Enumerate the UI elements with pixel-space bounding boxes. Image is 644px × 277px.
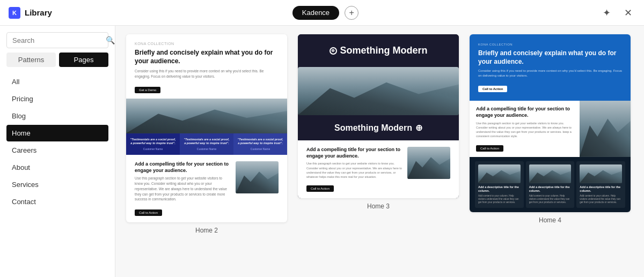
card3-eyebrow: KONA COLLECTION (478, 43, 622, 46)
card3-hero: KONA COLLECTION Briefly and concisely ex… (470, 34, 631, 101)
nav-item-pricing[interactable]: Pricing (6, 91, 108, 107)
card1-cta[interactable]: Get a Demo (135, 87, 160, 93)
card2-section: Add a compelling title for your section … (298, 140, 459, 198)
card2-section-image (407, 147, 450, 179)
mountain-graphic (126, 99, 287, 133)
card-label-home4: Home 4 (539, 216, 561, 224)
card3-col-2-image (529, 164, 572, 183)
card1-section-cta[interactable]: Call to Action (135, 209, 162, 216)
main-layout: 🔍 Patterns Pages All Pricing Blog Home C… (0, 26, 644, 277)
testimonial-3-author: Customer Name (237, 147, 284, 151)
mountain-col-2 (529, 164, 572, 183)
card-home2[interactable]: KONA COLLECTION Briefly and concisely ex… (126, 34, 287, 222)
app-logo: K Library (9, 7, 52, 19)
card3-col-1-image (478, 164, 521, 183)
nav-item-contact[interactable]: Contact (6, 193, 108, 210)
card3-hero-btn[interactable]: Call to Action (478, 86, 507, 92)
card2-bottom-hero: Something Modern ⊕ (298, 115, 459, 140)
testimonial-1-author: Customer Name (129, 147, 177, 151)
tab-row: Patterns Pages (6, 53, 108, 67)
card3-col-3-body: Add content to your column. Help visitor… (580, 194, 622, 205)
testimonial-1: "Testimonials are a social proof, a powe… (126, 133, 180, 155)
nav-list: All Pricing Blog Home Careers About Serv… (6, 73, 108, 210)
card3-body: Consider using this if you need to provi… (478, 69, 622, 78)
mountain-section-graphic (236, 161, 279, 193)
mountain-section-graphic-2 (407, 147, 450, 179)
card3-col-2-body: Add content to your column. Help visitor… (529, 194, 572, 205)
card1-image (126, 99, 287, 133)
card1-section-title: Add a compelling title for your section … (135, 161, 230, 174)
card3-mid-title: Add a compelling title for your section … (476, 106, 573, 118)
card3-bottom: Add a descriptive title for the column. … (470, 157, 631, 212)
brand-badge[interactable]: Kadence (292, 6, 339, 20)
nav-item-services[interactable]: Services (6, 176, 108, 193)
header-center: Kadence + (52, 6, 599, 20)
close-button[interactable]: ✕ (620, 5, 635, 20)
card3-col-1: Add a descriptive title for the column. … (475, 161, 524, 208)
card3-col-3: Add a descriptive title for the column. … (576, 161, 625, 208)
card1-section-text: Add a compelling title for your section … (135, 161, 230, 216)
nav-item-home[interactable]: Home (6, 125, 108, 141)
card3-mid-cta[interactable]: Call to Action (476, 145, 503, 152)
nav-item-about[interactable]: About (6, 159, 108, 176)
mountain-col-1 (478, 164, 521, 183)
card3-mid-image (580, 101, 631, 156)
card2-section-text: Add a compelling title for your section … (306, 147, 402, 192)
card1-title: Briefly and concisely explain what you d… (135, 49, 279, 65)
card1-testimonials: "Testimonials are a social proof, a powe… (126, 133, 287, 155)
mountain-col-3 (580, 164, 622, 183)
add-button[interactable]: + (345, 6, 358, 20)
sparkle-button[interactable]: ✦ (599, 5, 614, 20)
card3-col-2-title: Add a descriptive title for the column. (529, 185, 572, 193)
sidebar: 🔍 Patterns Pages All Pricing Blog Home C… (0, 26, 115, 277)
card2-cta[interactable]: Call to Action (306, 185, 334, 192)
logo-icon: K (9, 7, 20, 19)
card1-section-image (236, 161, 279, 193)
mountain-graphic-dark (298, 67, 459, 115)
card-home3[interactable]: ⊕ Something Modern Something Modern ⊕ (298, 34, 459, 198)
mountain-graphic-3 (580, 101, 631, 156)
card3-col-3-image (580, 164, 622, 183)
nav-item-blog[interactable]: Blog (6, 108, 108, 124)
card-wrapper-home2: KONA COLLECTION Briefly and concisely ex… (126, 34, 287, 234)
nav-item-careers[interactable]: Careers (6, 142, 108, 159)
testimonial-3-text: "Testimonials are a social proof, a powe… (237, 138, 284, 146)
testimonial-3: "Testimonials are a social proof, a powe… (233, 133, 287, 155)
card3-col-1-title: Add a descriptive title for the column. (478, 185, 521, 193)
card3-col-3-title: Add a descriptive title for the column. (580, 185, 622, 193)
card2-section-title: Add a compelling title for your section … (306, 147, 402, 159)
content-area: KONA COLLECTION Briefly and concisely ex… (115, 26, 644, 277)
card-home4[interactable]: KONA COLLECTION Briefly and concisely ex… (470, 34, 631, 212)
close-icon: ✕ (624, 7, 632, 19)
card-wrapper-home4: KONA COLLECTION Briefly and concisely ex… (470, 34, 631, 224)
tab-patterns[interactable]: Patterns (6, 53, 56, 67)
card3-title: Briefly and concisely explain what you d… (478, 49, 622, 66)
sparkle-icon: ✦ (603, 7, 611, 19)
card-wrapper-home3: ⊕ Something Modern Something Modern ⊕ (298, 34, 459, 210)
search-icon: 🔍 (106, 36, 115, 44)
tab-pages[interactable]: Pages (59, 53, 108, 67)
testimonial-1-text: "Testimonials are a social proof, a powe… (129, 138, 177, 146)
search-icon-button[interactable]: 🔍 (106, 36, 115, 44)
card2-hero: ⊕ Something Modern (298, 34, 459, 67)
card2-image (298, 67, 459, 115)
circle-icon-2: ⊕ (415, 123, 422, 133)
card3-middle: Add a compelling title for your section … (470, 101, 631, 156)
card2-title: ⊕ Something Modern (306, 45, 450, 56)
testimonial-2-text: "Testimonials are a social proof, a powe… (183, 138, 230, 146)
testimonial-2-author: Customer Name (183, 147, 230, 151)
card-label-home2: Home 2 (195, 227, 218, 234)
card3-mid-body: Use this paragraph section to get your w… (476, 121, 573, 139)
card1-section: Add a compelling title for your section … (126, 155, 287, 222)
testimonial-2: "Testimonials are a social proof, a powe… (180, 133, 233, 155)
card3-mid-text: Add a compelling title for your section … (470, 101, 580, 156)
circle-icon: ⊕ (330, 47, 337, 55)
search-input[interactable] (12, 36, 103, 44)
card1-hero: KONA COLLECTION Briefly and concisely ex… (126, 34, 287, 99)
card3-col-1-body: Add content to your column. Help visitor… (478, 194, 521, 205)
nav-item-all[interactable]: All (6, 73, 108, 90)
search-box[interactable]: 🔍 (6, 32, 108, 48)
card2-section-body: Use this paragraph section to get your w… (306, 161, 402, 179)
cards-grid: KONA COLLECTION Briefly and concisely ex… (126, 34, 633, 234)
header: K Library Kadence + ✦ ✕ (0, 0, 644, 26)
